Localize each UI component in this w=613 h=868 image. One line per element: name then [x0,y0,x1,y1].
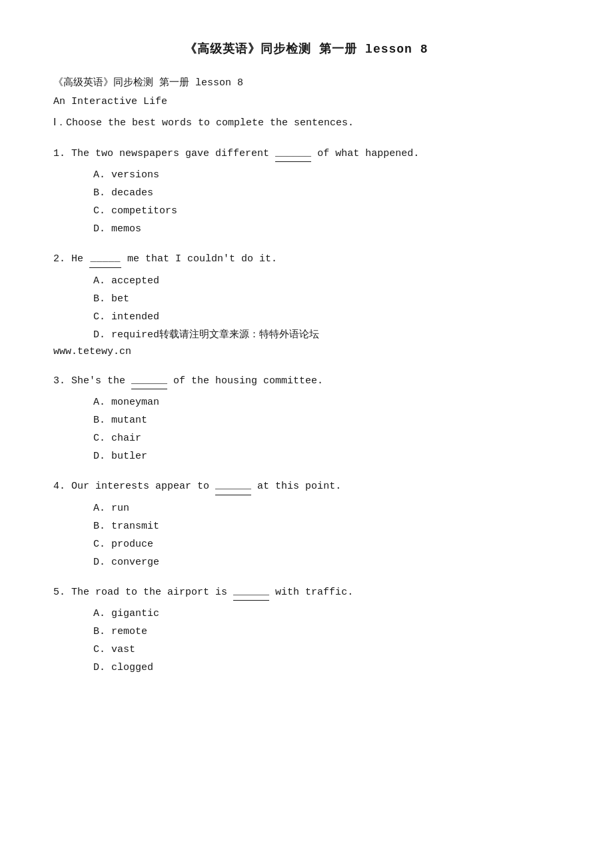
q4-options: A. run B. transmit C. produce D. converg… [93,499,560,571]
q2-blank: _____ [89,250,121,268]
q2-options: A. accepted B. bet C. intended D. requir… [93,272,560,344]
page-title: 《高级英语》同步检测 第一册 lesson 8 [53,40,560,59]
q1-blank: ______ [275,145,311,163]
q3-number: 3. [53,375,71,387]
question-text-5: 5. The road to the airport is ______ wit… [53,583,560,601]
question-text-4: 4. Our interests appear to ______ at thi… [53,477,560,495]
section-header: Ⅰ．Choose the best words to complete the … [53,115,560,131]
option-d: D. clogged [93,659,560,677]
source-url-q2: www.tetewy.cn [53,344,560,360]
question-text-2: 2. He _____ me that I couldn't do it. [53,250,560,268]
questions-list: 1. The two newspapers gave different ___… [53,145,560,677]
q2-after: me that I couldn't do it. [127,253,277,265]
q3-blank: ______ [131,372,167,390]
q5-after: with traffic. [275,587,353,598]
lesson-title: An Interactive Life [53,94,560,110]
option-d: D. butler [93,447,560,465]
option-d: D. converge [93,553,560,571]
q5-blank: ______ [233,583,269,601]
subtitle: 《高级英语》同步检测 第一册 lesson 8 [53,75,560,91]
question-block-5: 5. The road to the airport is ______ wit… [53,583,560,677]
option-c: C. intended [93,308,560,326]
q3-before: She's the [71,375,125,387]
q1-after: of what happened. [317,148,419,159]
option-a: A. moneyman [93,393,560,411]
q4-before: Our interests appear to [71,481,209,492]
q1-number: 1. [53,148,71,159]
question-text-3: 3. She's the ______ of the housing commi… [53,372,560,390]
option-c: C. competitors [93,202,560,220]
q2-before: He [71,253,83,265]
q5-before: The road to the airport is [71,587,227,598]
q2-number: 2. [53,253,71,265]
q3-options: A. moneyman B. mutant C. chair D. butler [93,393,560,465]
option-b: B. mutant [93,411,560,429]
q3-after: of the housing committee. [173,375,323,387]
option-d: D. memos [93,220,560,238]
question-block-4: 4. Our interests appear to ______ at thi… [53,477,560,571]
option-a: A. versions [93,166,560,184]
q5-number: 5. [53,587,71,598]
option-d: D. required转载请注明文章来源：特特外语论坛 [93,326,560,344]
option-c: C. produce [93,535,560,553]
option-b: B. transmit [93,517,560,535]
question-block-3: 3. She's the ______ of the housing commi… [53,372,560,466]
option-b: B. bet [93,290,560,308]
option-a: A. accepted [93,272,560,290]
option-b: B. remote [93,623,560,641]
option-b: B. decades [93,184,560,202]
q1-before: The two newspapers gave different [71,148,269,159]
q4-number: 4. [53,481,71,492]
q4-blank: ______ [215,477,251,495]
q5-options: A. gigantic B. remote C. vast D. clogged [93,605,560,677]
q1-options: A. versions B. decades C. competitors D.… [93,166,560,238]
option-a: A. gigantic [93,605,560,623]
question-block-1: 1. The two newspapers gave different ___… [53,145,560,239]
inline-note-q2: 转载请注明文章来源：特特外语论坛 [159,329,319,341]
option-c: C. chair [93,429,560,447]
question-text-1: 1. The two newspapers gave different ___… [53,145,560,163]
q4-after: at this point. [257,481,341,492]
option-c: C. vast [93,641,560,659]
option-a: A. run [93,499,560,517]
question-block-2: 2. He _____ me that I couldn't do it. A.… [53,250,560,360]
